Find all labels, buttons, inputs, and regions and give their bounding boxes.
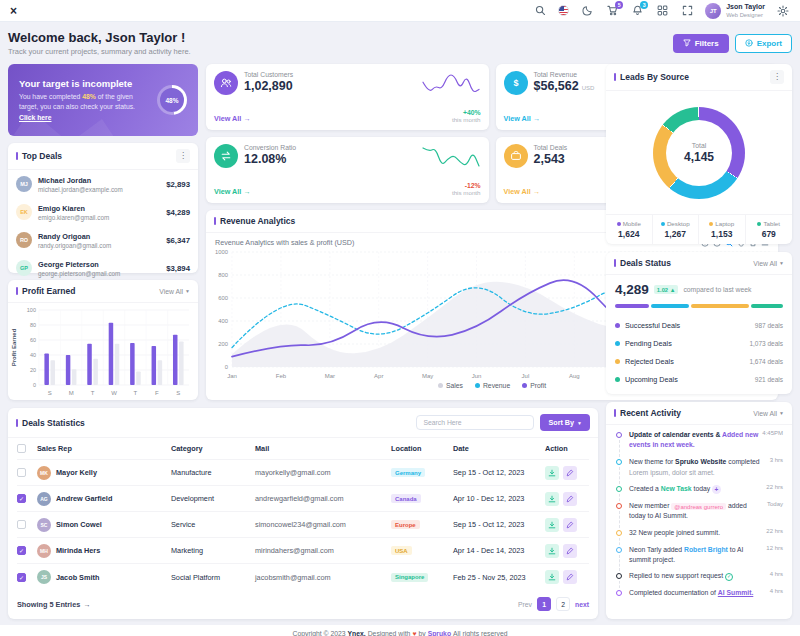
close-icon[interactable]: × bbox=[10, 5, 17, 17]
stat-sparkline bbox=[421, 146, 481, 168]
edit-button[interactable] bbox=[563, 492, 577, 506]
pagination: Prev 12 next bbox=[518, 597, 589, 611]
card-title: Deals Status bbox=[614, 258, 671, 268]
card-title: Top Deals bbox=[16, 151, 62, 161]
svg-text:100: 100 bbox=[27, 307, 36, 313]
activity-item: Update of calendar events & Added new ev… bbox=[615, 430, 783, 457]
deals-delta-badge: 1.02 ▲ bbox=[654, 285, 679, 294]
download-button[interactable] bbox=[545, 570, 559, 584]
table-header-row: Sales Rep Category Mail Location Date Ac… bbox=[17, 438, 589, 460]
svg-text:T: T bbox=[134, 390, 138, 396]
svg-text:T: T bbox=[91, 390, 95, 396]
view-all-link[interactable]: View All → bbox=[214, 187, 250, 196]
deals-status-card: Deals Status View All▼ 4,289 1.02 ▲ comp… bbox=[606, 252, 792, 394]
click-here-link[interactable]: Click here bbox=[19, 114, 52, 121]
view-all-link[interactable]: View All → bbox=[504, 114, 540, 123]
activity-text: New member @andreas gurrero added today … bbox=[629, 501, 763, 521]
target-title: Your target is incomplete bbox=[19, 78, 149, 89]
edit-button[interactable] bbox=[563, 466, 577, 480]
language-flag-icon[interactable] bbox=[558, 5, 569, 16]
table-row: ✓ JSJacob Smith Social Platform jacobsmi… bbox=[17, 564, 589, 590]
view-all-link[interactable]: View All▼ bbox=[753, 410, 784, 417]
svg-text:40: 40 bbox=[30, 352, 36, 358]
pagination-next[interactable]: next bbox=[575, 601, 589, 608]
deal-name: Randy Origoan bbox=[38, 232, 111, 241]
activity-link[interactable]: AI Summit. bbox=[718, 589, 754, 596]
download-button[interactable] bbox=[545, 466, 559, 480]
download-button[interactable] bbox=[545, 544, 559, 558]
activity-time: 12 hrs bbox=[766, 545, 783, 565]
top-deal-row[interactable]: MJ Michael Jordan michael.jordan@example… bbox=[8, 170, 198, 198]
legend-item[interactable]: Revenue bbox=[475, 382, 510, 389]
target-description: You have completed 48% of the given targ… bbox=[19, 92, 149, 112]
location-badge: Singapore bbox=[391, 573, 428, 582]
card-title: Recent Activity bbox=[614, 408, 681, 418]
row-checkbox[interactable] bbox=[17, 468, 26, 477]
user-profile-menu[interactable]: JT Json Taylor Web Designer bbox=[705, 3, 765, 19]
main-content: Welcome back, Json Taylor ! Track your c… bbox=[0, 22, 800, 619]
activity-item: New theme for Spruko Website completedLo… bbox=[615, 457, 783, 485]
download-button[interactable] bbox=[545, 518, 559, 532]
fullscreen-icon[interactable] bbox=[680, 4, 694, 18]
cart-icon[interactable]: 5 bbox=[605, 4, 619, 18]
top-deals-card: Top Deals ⋮ MJ Michael Jordan michael.jo… bbox=[8, 143, 198, 273]
view-all-link[interactable]: View All▼ bbox=[159, 288, 190, 295]
legend-item[interactable]: Profit bbox=[522, 382, 546, 389]
edit-button[interactable] bbox=[563, 518, 577, 532]
more-options-button[interactable]: ⋮ bbox=[770, 70, 784, 84]
card-title: Leads By Source bbox=[614, 72, 689, 82]
deals-total: 4,289 bbox=[615, 282, 649, 297]
filters-button[interactable]: Filters bbox=[673, 34, 729, 53]
dark-mode-moon-icon[interactable] bbox=[580, 4, 594, 18]
activity-link[interactable]: New Task bbox=[661, 485, 692, 492]
stat-label: Total Revenue bbox=[534, 71, 595, 78]
row-checkbox[interactable]: ✓ bbox=[17, 573, 26, 582]
notifications-badge: 3 bbox=[640, 1, 648, 9]
welcome-header: Welcome back, Json Taylor ! Track your c… bbox=[8, 30, 792, 56]
activity-text: New theme for Spruko Website completedLo… bbox=[629, 457, 766, 478]
pagination-prev[interactable]: Prev bbox=[518, 601, 532, 608]
pagination-page[interactable]: 1 bbox=[537, 597, 551, 611]
deal-name: Emigo Kiaren bbox=[38, 204, 109, 213]
activity-time: Today bbox=[767, 501, 783, 521]
download-button[interactable] bbox=[545, 492, 559, 506]
avatar: AG bbox=[37, 492, 51, 506]
avatar: MK bbox=[37, 466, 51, 480]
sort-by-button[interactable]: Sort By▼ bbox=[540, 414, 590, 431]
search-icon[interactable] bbox=[533, 4, 547, 18]
legend-item[interactable]: Sales bbox=[438, 382, 463, 389]
user-role: Web Designer bbox=[726, 12, 765, 18]
target-progress-card: Your target is incomplete You have compl… bbox=[8, 64, 198, 136]
activity-time: 22 hrs bbox=[766, 484, 783, 494]
select-all-checkbox[interactable] bbox=[17, 444, 26, 453]
target-progress-ring: 48% bbox=[157, 85, 187, 115]
avatar: RO bbox=[16, 232, 32, 248]
svg-text:0: 0 bbox=[33, 382, 36, 388]
edit-button[interactable] bbox=[563, 570, 577, 584]
top-deal-row[interactable]: RO Randy Origoan randy.origoan@gmail.com… bbox=[8, 226, 198, 254]
spruko-link[interactable]: Spruko bbox=[428, 630, 451, 636]
svg-text:Apr: Apr bbox=[374, 373, 383, 379]
notifications-bell-icon[interactable]: 3 bbox=[630, 4, 644, 18]
view-all-link[interactable]: View All → bbox=[214, 114, 250, 123]
activity-link[interactable]: Robert Bright bbox=[684, 546, 728, 553]
page-title: Welcome back, Json Taylor ! bbox=[8, 30, 191, 45]
svg-text:Aug: Aug bbox=[569, 373, 580, 379]
row-checkbox[interactable]: ✓ bbox=[17, 494, 26, 503]
activity-item: Neon Tarly added Robert Bright to AI sum… bbox=[615, 545, 783, 572]
top-deal-row[interactable]: EK Emigo Kiaren emigo.kiaren@gmail.com $… bbox=[8, 198, 198, 226]
search-input[interactable] bbox=[416, 415, 534, 430]
more-options-button[interactable]: ⋮ bbox=[176, 149, 190, 163]
pagination-page[interactable]: 2 bbox=[556, 597, 570, 611]
apps-grid-icon[interactable] bbox=[655, 4, 669, 18]
settings-gear-icon[interactable] bbox=[776, 4, 790, 18]
export-button[interactable]: Export bbox=[735, 34, 792, 53]
row-checkbox[interactable] bbox=[17, 520, 26, 529]
edit-button[interactable] bbox=[563, 544, 577, 558]
row-checkbox[interactable]: ✓ bbox=[17, 546, 26, 555]
view-all-link[interactable]: View All▼ bbox=[753, 260, 784, 267]
activity-time: 22 hrs bbox=[766, 528, 783, 538]
view-all-link[interactable]: View All → bbox=[504, 187, 540, 196]
svg-text:600: 600 bbox=[218, 295, 228, 301]
top-deal-row[interactable]: GP George Pieterson george.pieterson@gma… bbox=[8, 254, 198, 282]
